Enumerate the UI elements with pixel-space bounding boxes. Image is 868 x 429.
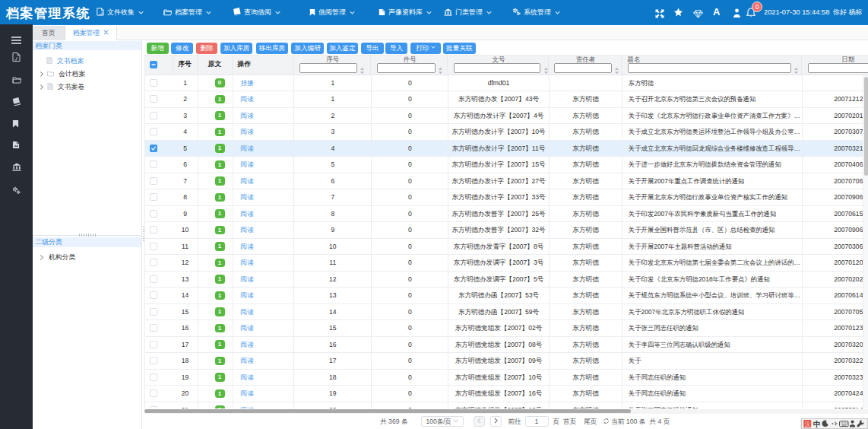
- svg-text:中: 中: [813, 420, 821, 428]
- svg-text:汉: 汉: [804, 421, 810, 427]
